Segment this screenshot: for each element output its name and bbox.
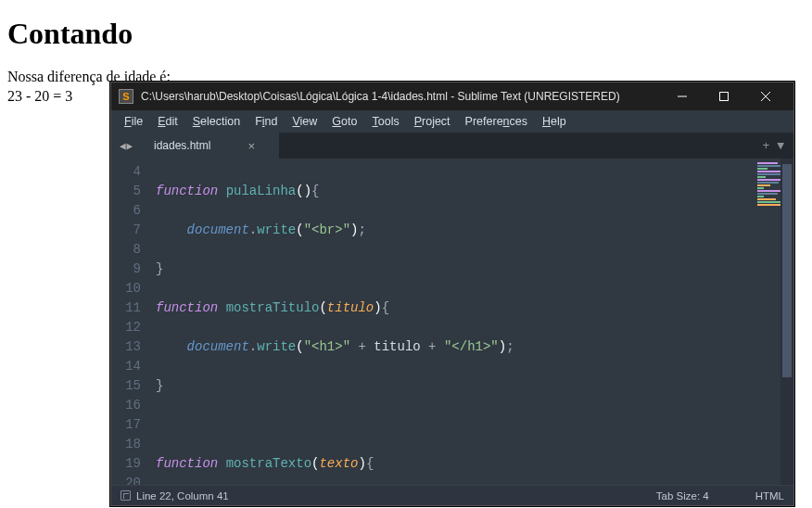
tabbar: ◀ ▶ idades.html × + ▼ <box>111 133 793 159</box>
line-number: 7 <box>111 221 141 240</box>
scroll-thumb[interactable] <box>782 164 792 377</box>
svg-rect-1 <box>719 93 728 101</box>
menu-selection[interactable]: Selection <box>185 112 247 131</box>
line-number: 8 <box>111 240 141 260</box>
titlebar[interactable]: S C:\Users\harub\Desktop\Coisas\Lógica\L… <box>111 83 793 110</box>
nav-back-icon[interactable]: ◀ <box>120 140 126 152</box>
line-number: 13 <box>111 337 141 357</box>
tab-close-icon[interactable]: × <box>247 139 255 153</box>
line-number: 15 <box>111 376 141 396</box>
new-tab-button[interactable]: + <box>762 139 769 153</box>
menu-edit[interactable]: Edit <box>150 112 185 131</box>
menu-tools[interactable]: Tools <box>364 112 406 131</box>
line-number: 18 <box>111 435 141 454</box>
nav-forward-icon[interactable]: ▶ <box>127 140 133 152</box>
line-number: 16 <box>111 396 141 415</box>
line-number: 9 <box>111 260 141 279</box>
status-syntax[interactable]: HTML <box>755 490 784 502</box>
tab-dropdown-icon[interactable]: ▼ <box>777 139 784 153</box>
sublime-window: S C:\Users\harub\Desktop\Coisas\Lógica\L… <box>110 82 794 506</box>
app-icon: S <box>119 89 133 104</box>
line-number: 17 <box>111 415 141 435</box>
menu-view[interactable]: View <box>285 112 324 131</box>
line-number: 12 <box>111 318 141 337</box>
scrollbar[interactable] <box>780 159 793 485</box>
page-title: Contando <box>7 17 805 51</box>
menu-help[interactable]: Help <box>535 112 574 131</box>
close-button[interactable] <box>744 83 786 110</box>
gutter: 4 5 6 7 8 9 10 11 12 13 14 15 16 17 18 1… <box>111 159 150 485</box>
line-number: 19 <box>111 454 141 474</box>
menu-project[interactable]: Project <box>407 112 458 131</box>
menu-goto[interactable]: Goto <box>324 112 364 131</box>
window-title: C:\Users\harub\Desktop\Coisas\Lógica\Lóg… <box>141 90 661 103</box>
tab-idades[interactable]: idades.html × <box>141 133 280 159</box>
minimize-button[interactable] <box>661 83 703 110</box>
line-number: 5 <box>111 182 141 201</box>
line-number: 11 <box>111 298 141 318</box>
code-area[interactable]: function pulaLinha(){ document.write("<b… <box>150 159 755 485</box>
panel-switcher-icon[interactable] <box>121 490 131 501</box>
menu-preferences[interactable]: Preferences <box>458 112 535 131</box>
status-position: Line 22, Column 41 <box>136 490 229 502</box>
editor[interactable]: 4 5 6 7 8 9 10 11 12 13 14 15 16 17 18 1… <box>111 159 793 485</box>
line-number: 20 <box>111 474 141 485</box>
menu-find[interactable]: Find <box>247 112 285 131</box>
status-tabsize[interactable]: Tab Size: 4 <box>656 490 709 502</box>
statusbar: Line 22, Column 41 Tab Size: 4 HTML <box>111 485 793 505</box>
tab-label: idades.html <box>154 139 210 152</box>
line-number: 14 <box>111 357 141 376</box>
line-number: 6 <box>111 201 141 221</box>
maximize-button[interactable] <box>703 83 744 110</box>
line-number: 10 <box>111 279 141 298</box>
menu-file[interactable]: File <box>117 112 150 131</box>
line-number: 4 <box>111 162 141 182</box>
menubar: File Edit Selection Find View Goto Tools… <box>111 110 793 133</box>
